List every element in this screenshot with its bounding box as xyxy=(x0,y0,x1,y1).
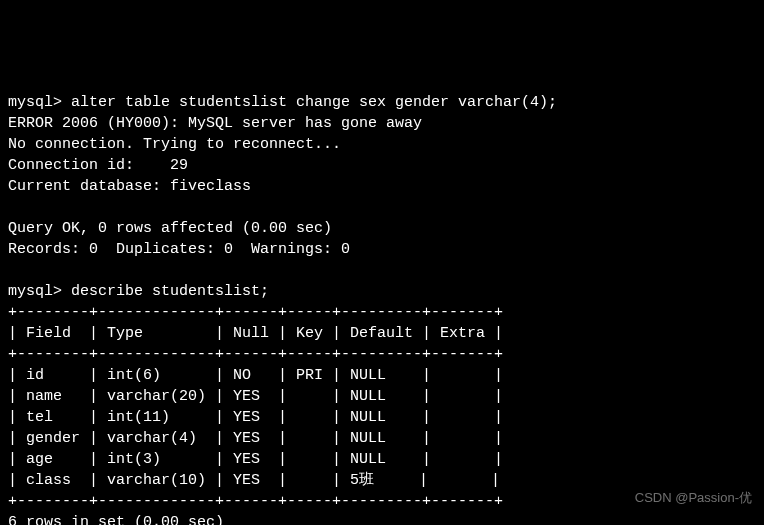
blank-line xyxy=(8,197,756,218)
error-line: ERROR 2006 (HY000): MySQL server has gon… xyxy=(8,113,756,134)
terminal-output: mysql> alter table studentslist change s… xyxy=(8,92,756,525)
table-header: | Field | Type | Null | Key | Default | … xyxy=(8,323,756,344)
blank-line xyxy=(8,260,756,281)
table-row: | id | int(6) | NO | PRI | NULL | | xyxy=(8,365,756,386)
table-row: | name | varchar(20) | YES | | NULL | | xyxy=(8,386,756,407)
command-1: alter table studentslist change sex gend… xyxy=(71,94,557,111)
query-ok-line: Query OK, 0 rows affected (0.00 sec) xyxy=(8,218,756,239)
mysql-prompt: mysql> xyxy=(8,283,62,300)
prompt-line-1[interactable]: mysql> alter table studentslist change s… xyxy=(8,92,756,113)
reconnect-line: No connection. Trying to reconnect... xyxy=(8,134,756,155)
table-row: | age | int(3) | YES | | NULL | | xyxy=(8,449,756,470)
current-db-line: Current database: fiveclass xyxy=(8,176,756,197)
records-line: Records: 0 Duplicates: 0 Warnings: 0 xyxy=(8,239,756,260)
mysql-prompt: mysql> xyxy=(8,94,62,111)
prompt-line-2[interactable]: mysql> describe studentslist; xyxy=(8,281,756,302)
table-border-mid: +--------+-------------+------+-----+---… xyxy=(8,344,756,365)
watermark: CSDN @Passion-优 xyxy=(635,489,752,507)
connection-id-line: Connection id: 29 xyxy=(8,155,756,176)
command-2: describe studentslist; xyxy=(71,283,269,300)
table-border-top: +--------+-------------+------+-----+---… xyxy=(8,302,756,323)
table-row: | tel | int(11) | YES | | NULL | | xyxy=(8,407,756,428)
table-row: | gender | varchar(4) | YES | | NULL | | xyxy=(8,428,756,449)
summary-line: 6 rows in set (0.00 sec) xyxy=(8,512,756,525)
